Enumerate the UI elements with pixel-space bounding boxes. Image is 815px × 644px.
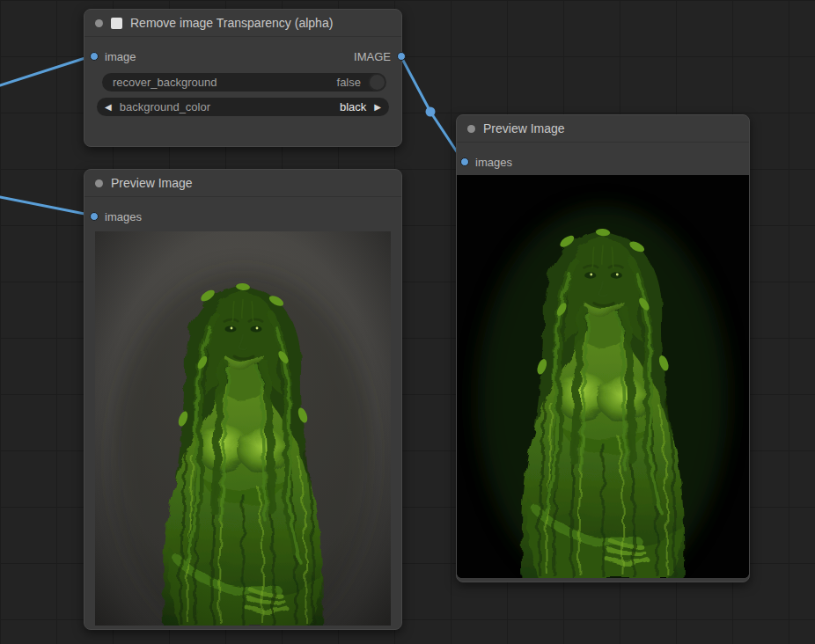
node-status-dot [95, 179, 103, 187]
widget-label: background_color [120, 100, 332, 113]
input-port-dot-images[interactable] [460, 157, 469, 166]
preview-image-render [457, 175, 749, 578]
box-icon [111, 18, 122, 29]
node-title-bar[interactable]: Remove image Transparency (alpha) [84, 10, 401, 37]
node-status-dot [95, 19, 103, 27]
node-title-bar[interactable]: Preview Image [84, 170, 401, 197]
widget-label: recover_background [113, 76, 337, 89]
node-title: Preview Image [483, 121, 565, 135]
node-preview-image-right[interactable]: Preview Image images [456, 114, 750, 582]
widget-background-color[interactable]: ◀ background_color black ▶ [97, 98, 389, 116]
output-port-label: IMAGE [354, 50, 391, 63]
node-preview-image-left[interactable]: Preview Image images [84, 169, 402, 630]
node-title-bar[interactable]: Preview Image [457, 115, 749, 143]
link-wire-to-image-input [0, 55, 93, 85]
link-wire-to-left-preview [0, 197, 93, 216]
node-remove-image-transparency[interactable]: Remove image Transparency (alpha) image … [84, 9, 402, 147]
link-reroute-dot[interactable] [426, 107, 436, 117]
input-port-dot-image[interactable] [90, 52, 99, 61]
input-port-dot-images[interactable] [90, 212, 99, 221]
widget-recover-background[interactable]: recover_background false [102, 73, 385, 91]
input-port-label: images [475, 156, 512, 169]
node-status-dot [467, 125, 475, 133]
widget-value: black [340, 100, 366, 113]
toggle-knob[interactable] [368, 73, 386, 91]
link-wire-image-to-right-preview [400, 55, 461, 158]
output-port-dot-image[interactable] [397, 52, 406, 61]
input-port-label: images [105, 210, 142, 223]
input-port-label: image [105, 50, 136, 63]
preview-image-render [95, 231, 391, 626]
combo-left-arrow-icon[interactable]: ◀ [105, 103, 112, 112]
node-graph-canvas[interactable]: Remove image Transparency (alpha) image … [0, 0, 815, 644]
widget-value: false [337, 76, 361, 89]
node-title: Remove image Transparency (alpha) [130, 16, 333, 30]
combo-right-arrow-icon[interactable]: ▶ [374, 103, 381, 112]
node-title: Preview Image [111, 176, 193, 190]
